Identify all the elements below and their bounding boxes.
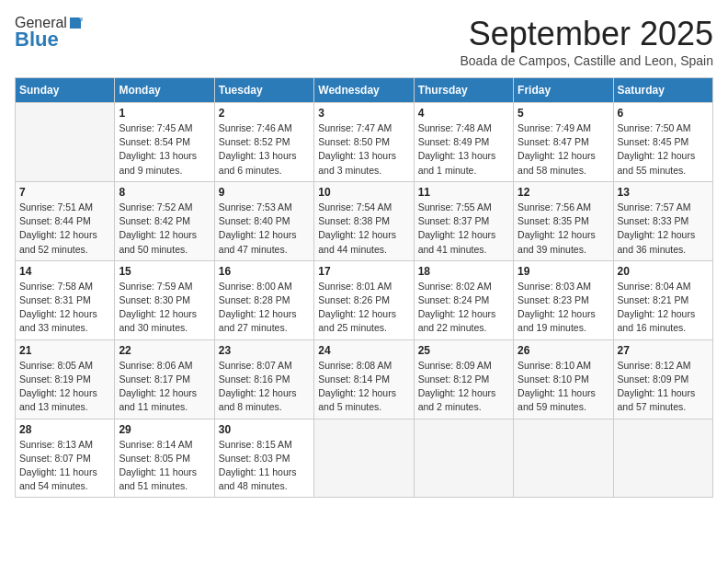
calendar-cell: 12Sunrise: 7:56 AMSunset: 8:35 PMDayligh… [514, 181, 613, 260]
day-info: Sunrise: 8:03 AMSunset: 8:23 PMDaylight:… [518, 280, 609, 336]
calendar-cell: 17Sunrise: 8:01 AMSunset: 8:26 PMDayligh… [314, 260, 414, 339]
day-number: 26 [518, 344, 609, 357]
calendar-cell: 19Sunrise: 8:03 AMSunset: 8:23 PMDayligh… [514, 260, 613, 339]
calendar-cell: 29Sunrise: 8:14 AMSunset: 8:05 PMDayligh… [115, 419, 214, 498]
calendar-table: SundayMondayTuesdayWednesdayThursdayFrid… [15, 77, 713, 498]
day-info: Sunrise: 8:07 AMSunset: 8:16 PMDaylight:… [219, 359, 310, 415]
header-sunday: Sunday [16, 78, 115, 103]
calendar-cell: 15Sunrise: 7:59 AMSunset: 8:30 PMDayligh… [115, 260, 214, 339]
calendar-cell: 2Sunrise: 7:46 AMSunset: 8:52 PMDaylight… [214, 103, 313, 182]
day-number: 2 [219, 107, 310, 120]
week-row-0: 1Sunrise: 7:45 AMSunset: 8:54 PMDaylight… [16, 103, 713, 182]
day-info: Sunrise: 8:08 AMSunset: 8:14 PMDaylight:… [318, 359, 409, 415]
calendar-cell: 10Sunrise: 7:54 AMSunset: 8:38 PMDayligh… [314, 181, 414, 260]
svg-marker-1 [79, 17, 83, 21]
day-info: Sunrise: 7:49 AMSunset: 8:47 PMDaylight:… [518, 121, 609, 178]
header-wednesday: Wednesday [314, 78, 414, 103]
day-number: 27 [618, 344, 709, 357]
calendar-cell: 11Sunrise: 7:55 AMSunset: 8:37 PMDayligh… [414, 181, 513, 260]
day-number: 14 [19, 265, 110, 278]
week-row-2: 14Sunrise: 7:58 AMSunset: 8:31 PMDayligh… [16, 260, 713, 339]
day-number: 28 [19, 423, 110, 436]
location-title: Boada de Campos, Castille and Leon, Spai… [460, 53, 713, 68]
calendar-cell: 18Sunrise: 8:02 AMSunset: 8:24 PMDayligh… [414, 260, 513, 339]
day-info: Sunrise: 7:47 AMSunset: 8:50 PMDaylight:… [318, 121, 409, 178]
day-info: Sunrise: 7:59 AMSunset: 8:30 PMDaylight:… [119, 280, 210, 336]
day-number: 29 [119, 423, 210, 436]
calendar-cell: 13Sunrise: 7:57 AMSunset: 8:33 PMDayligh… [613, 181, 712, 260]
day-info: Sunrise: 8:13 AMSunset: 8:07 PMDaylight:… [19, 438, 110, 494]
month-title: September 2025 [460, 15, 713, 53]
day-info: Sunrise: 8:15 AMSunset: 8:03 PMDaylight:… [219, 438, 310, 494]
day-number: 10 [318, 186, 409, 199]
calendar-cell: 30Sunrise: 8:15 AMSunset: 8:03 PMDayligh… [214, 419, 313, 498]
day-number: 15 [119, 265, 210, 278]
day-info: Sunrise: 8:02 AMSunset: 8:24 PMDaylight:… [418, 280, 509, 336]
calendar-cell [314, 419, 414, 498]
day-number: 19 [518, 265, 609, 278]
day-info: Sunrise: 8:12 AMSunset: 8:09 PMDaylight:… [618, 359, 709, 415]
day-number: 16 [219, 265, 310, 278]
header-thursday: Thursday [414, 78, 513, 103]
header-tuesday: Tuesday [214, 78, 313, 103]
calendar-cell: 4Sunrise: 7:48 AMSunset: 8:49 PMDaylight… [414, 103, 513, 182]
calendar-cell: 21Sunrise: 8:05 AMSunset: 8:19 PMDayligh… [16, 339, 115, 419]
calendar-cell: 1Sunrise: 7:45 AMSunset: 8:54 PMDaylight… [115, 103, 214, 182]
calendar-cell: 25Sunrise: 8:09 AMSunset: 8:12 PMDayligh… [414, 339, 513, 419]
day-number: 18 [418, 265, 509, 278]
day-number: 30 [219, 423, 310, 436]
day-info: Sunrise: 8:14 AMSunset: 8:05 PMDaylight:… [119, 438, 210, 494]
day-number: 6 [618, 107, 709, 120]
header-friday: Friday [514, 78, 613, 103]
calendar-cell: 5Sunrise: 7:49 AMSunset: 8:47 PMDaylight… [514, 103, 613, 182]
week-row-3: 21Sunrise: 8:05 AMSunset: 8:19 PMDayligh… [16, 339, 713, 419]
day-info: Sunrise: 7:45 AMSunset: 8:54 PMDaylight:… [119, 121, 210, 178]
day-number: 7 [19, 186, 110, 199]
calendar-cell: 28Sunrise: 8:13 AMSunset: 8:07 PMDayligh… [16, 419, 115, 498]
logo: General Blue [15, 15, 84, 52]
header-monday: Monday [115, 78, 214, 103]
day-info: Sunrise: 7:48 AMSunset: 8:49 PMDaylight:… [418, 121, 509, 178]
day-number: 1 [119, 107, 210, 120]
day-number: 9 [219, 186, 310, 199]
calendar-cell: 9Sunrise: 7:53 AMSunset: 8:40 PMDaylight… [214, 181, 313, 260]
day-info: Sunrise: 7:52 AMSunset: 8:42 PMDaylight:… [119, 201, 210, 257]
day-number: 4 [418, 107, 509, 120]
day-info: Sunrise: 7:57 AMSunset: 8:33 PMDaylight:… [618, 201, 709, 257]
calendar-cell: 16Sunrise: 8:00 AMSunset: 8:28 PMDayligh… [214, 260, 313, 339]
day-number: 20 [618, 265, 709, 278]
week-row-4: 28Sunrise: 8:13 AMSunset: 8:07 PMDayligh… [16, 419, 713, 498]
calendar-cell: 8Sunrise: 7:52 AMSunset: 8:42 PMDaylight… [115, 181, 214, 260]
calendar-cell [514, 419, 613, 498]
day-info: Sunrise: 7:46 AMSunset: 8:52 PMDaylight:… [219, 121, 310, 178]
day-number: 11 [418, 186, 509, 199]
day-number: 8 [119, 186, 210, 199]
day-info: Sunrise: 7:53 AMSunset: 8:40 PMDaylight:… [219, 201, 310, 257]
week-row-1: 7Sunrise: 7:51 AMSunset: 8:44 PMDaylight… [16, 181, 713, 260]
day-info: Sunrise: 7:51 AMSunset: 8:44 PMDaylight:… [19, 201, 110, 257]
day-info: Sunrise: 7:54 AMSunset: 8:38 PMDaylight:… [318, 201, 409, 257]
day-number: 17 [318, 265, 409, 278]
calendar-cell: 14Sunrise: 7:58 AMSunset: 8:31 PMDayligh… [16, 260, 115, 339]
logo-icon [68, 16, 83, 30]
day-info: Sunrise: 8:04 AMSunset: 8:21 PMDaylight:… [618, 280, 709, 336]
title-area: September 2025 Boada de Campos, Castille… [460, 15, 713, 68]
day-number: 23 [219, 344, 310, 357]
calendar-cell: 20Sunrise: 8:04 AMSunset: 8:21 PMDayligh… [613, 260, 712, 339]
day-info: Sunrise: 8:00 AMSunset: 8:28 PMDaylight:… [219, 280, 310, 336]
day-number: 3 [318, 107, 409, 120]
day-info: Sunrise: 7:56 AMSunset: 8:35 PMDaylight:… [518, 201, 609, 257]
calendar-cell: 27Sunrise: 8:12 AMSunset: 8:09 PMDayligh… [613, 339, 712, 419]
calendar-cell: 23Sunrise: 8:07 AMSunset: 8:16 PMDayligh… [214, 339, 313, 419]
day-info: Sunrise: 8:01 AMSunset: 8:26 PMDaylight:… [318, 280, 409, 336]
logo-blue-text: Blue [15, 28, 59, 52]
day-info: Sunrise: 8:06 AMSunset: 8:17 PMDaylight:… [119, 359, 210, 415]
calendar-header: SundayMondayTuesdayWednesdayThursdayFrid… [16, 78, 713, 103]
day-info: Sunrise: 7:55 AMSunset: 8:37 PMDaylight:… [418, 201, 509, 257]
calendar-cell: 7Sunrise: 7:51 AMSunset: 8:44 PMDaylight… [16, 181, 115, 260]
calendar-cell [414, 419, 513, 498]
day-number: 13 [618, 186, 709, 199]
calendar-cell [16, 103, 115, 182]
calendar-cell [613, 419, 712, 498]
day-number: 12 [518, 186, 609, 199]
